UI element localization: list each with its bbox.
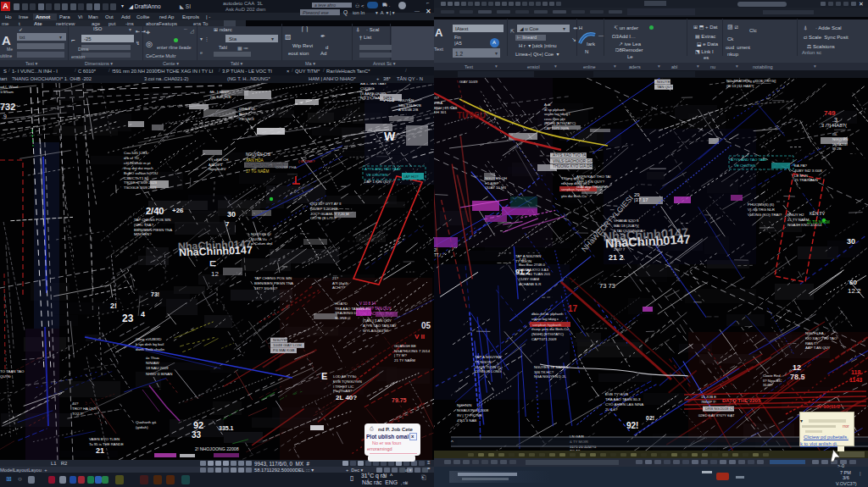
svg-text:C3B/CThT1 50: C3B/CThT1 50: [124, 176, 149, 180]
svg-text:C/O?B (B L/T/-P: C/O?B (B L/T/-P: [310, 216, 337, 220]
svg-text:4UBY 942 3 /008: 4UBY 942 3 /008: [794, 169, 822, 173]
svg-text:2L 40?: 2L 40?: [336, 394, 357, 401]
svg-text:Y? xiEW CH: Y? xiEW CH: [209, 158, 228, 162]
svg-text:NGUYEN OH: NGUYEN OH: [485, 176, 507, 180]
svg-text:p/ Colum đmI: p/ Colum đmI: [251, 241, 273, 246]
svg-text:RAB T?: RAB T?: [805, 341, 819, 346]
svg-text:ACH/??: ACH/??: [332, 285, 346, 290]
svg-text:SBa T?/LN 2B: SBa T?/LN 2B: [398, 103, 421, 108]
svg-text:30: 30: [227, 210, 236, 219]
svg-text:7.4?: 7.4?: [519, 257, 526, 262]
svg-text:V II: V II: [415, 333, 425, 340]
svg-text:92: 92: [193, 420, 203, 430]
svg-text:09Hb9 u/i: 09Hb9 u/i: [239, 107, 255, 111]
svg-text:21 TY NAÊM: 21 TY NAÊM: [787, 218, 810, 222]
svg-text:Cowie Red: Cowie Red: [763, 374, 781, 378]
svg-text:VE CHUTEN: VE CHUTEN: [366, 173, 387, 177]
svg-text:02!: 02!: [646, 415, 654, 421]
svg-text:VHAĐAI K?O 3: VHAĐAI K?O 3: [614, 219, 639, 223]
svg-text:GIAI đẹp THUONG: GIAI đẹp THUONG: [576, 185, 609, 189]
svg-text:W: W: [384, 130, 396, 143]
svg-text:THUONG KYO GIA DRAI: THUONG KYO GIA DRAI: [553, 164, 596, 169]
svg-text:NGIAUONG | 2008: NGIAUONG | 2008: [457, 408, 489, 412]
svg-text:I5L: I5L: [832, 132, 838, 136]
svg-text:TRA AAO TASNHLEV: TRA AAO TASNHLEV: [335, 307, 370, 311]
svg-text:9V | T? PIC'NR: 9V | T? PIC'NR: [457, 413, 482, 418]
svg-text:118: 118: [851, 369, 860, 375]
svg-text:TAN QUY: TAN QUY: [657, 85, 673, 89]
svg-text:đ/b of TD: đ/b of TD: [124, 156, 139, 160]
svg-text:BIEN/BIEN PIESN TNA: BIEN/BIEN PIESN TNA: [254, 281, 293, 285]
svg-text:LOD AE TYSú: LOD AE TYSú: [333, 374, 357, 379]
svg-text:CUSY GIAM: CUSY GIAM: [519, 277, 539, 281]
svg-text:ĐH 301: ĐH 301: [434, 110, 447, 114]
svg-text:SLЭNE:C: SLЭNE:C: [335, 316, 351, 320]
svg-text:NGA NGUYEN D 2L: NGA NGUYEN D 2L: [534, 374, 567, 379]
svg-text:NGaTRAOH(Bg gXIOĐ TRTG(|: NGaTRAOH(Bg gXIOĐ TRTG(|: [726, 79, 776, 83]
svg-text:2947 7: 2947 7: [614, 247, 626, 252]
svg-text:Công nVUBIXD: Công nVUBIXD: [136, 337, 162, 341]
svg-text:25 TRAINAĐN: 25 TRAINAĐN: [794, 178, 818, 182]
svg-text:QUAY 10 M?: QUAY 10 M?: [485, 185, 507, 190]
svg-text:2!: 2!: [434, 248, 437, 252]
svg-text:TAP A NGUYEN: TAP A NGUYEN: [475, 355, 501, 359]
svg-text:ĐVB TY! ĐVB: ĐVB TY! ĐVB: [605, 392, 628, 396]
svg-text:H1 ĐIẸP: H1 ĐIẸP: [485, 181, 499, 185]
svg-text:Aub: Aub: [544, 102, 551, 107]
svg-text:thuy đat đai mạch: thuy đat đai mạch: [124, 166, 153, 170]
svg-text:|V 10(11/2: |V 10(11/2: [817, 404, 841, 409]
svg-text:18T? 3/0 8/0?: 18T? 3/0 8/0?: [254, 286, 278, 291]
svg-text:( G.T/NE?: ( G.T/NE?: [298, 159, 315, 163]
svg-text:BNH | 15 NAB: BNH | 15 NAB: [434, 106, 458, 110]
svg-text:⊏: ⊏: [209, 258, 216, 268]
svg-text:,3 /?| HA8?(: ,3 /?| HA8?(: [820, 123, 847, 128]
svg-text:2L 4 0?: 2L 4 0?: [605, 407, 618, 412]
svg-text:đanh Thiất chuẩn: đanh Thiất chuẩn: [136, 347, 164, 351]
svg-text:KÊN TV: KÊN TV: [810, 210, 826, 216]
svg-text:60: 60: [849, 279, 857, 286]
svg-text:Bau Bau 2748.0: Bau Bau 2748.0: [614, 237, 640, 241]
svg-text:(Bf 13 |/11 HAB?(: (Bf 13 |/11 HAB?(: [726, 84, 754, 88]
svg-text:LE MYN: LE MYN: [794, 174, 808, 178]
svg-text:ađん Wixel: ađん Wixel: [0, 85, 18, 89]
svg-text:1143: 1143: [849, 377, 862, 383]
svg-text:LAP 1 KIN QUY: LAP 1 KIN QUY: [364, 180, 391, 184]
svg-text:VAIEN BYO TLIEN: VAIEN BYO TLIEN: [89, 437, 120, 441]
svg-text:NIN/AW: NIN/AW: [146, 361, 160, 365]
svg-text:đbúc òn dc plphanh: đbúc òn dc plphanh: [531, 312, 564, 316]
svg-text:A?YS AND TAO TAAY: A?YS AND TAO TAAY: [364, 167, 401, 171]
svg-text:vuyen lag tdọig c: vuyen lag tdọig c: [531, 317, 559, 321]
svg-text:BC: BC: [239, 112, 244, 116]
svg-text:4: 4: [141, 310, 145, 318]
svg-text:Q5? 30? 0/YT AY II: Q5? 30? 0/YT AY II: [310, 202, 342, 206]
svg-text:ác Thua: ác Thua: [146, 356, 159, 360]
svg-text:AKPN KAO THO TAI: AKPN KAO THO TAI: [576, 174, 611, 179]
svg-text:CUONG: CUONG: [360, 86, 375, 91]
svg-text:V 10 8 14: V 10 8 14: [359, 302, 376, 306]
svg-text:VI. 38 TRG NLR: VI. 38 TRG NLR: [748, 208, 775, 212]
svg-text:AAP T.AN QUY: AAP T.AN QUY: [805, 346, 831, 350]
svg-text:21 2: 21 2: [609, 253, 624, 262]
svg-text:.9: .9: [2, 113, 7, 119]
svg-text:NGUYÊN CHI: NGUYÊN CHI: [246, 151, 270, 157]
svg-text:SEP 1 KN QUY?: SEP 1 KN QUY?: [576, 180, 604, 184]
svg-text:TAP CHENG POS SIN: TAP CHENG POS SIN: [134, 218, 170, 222]
svg-text:21 TG NAÊM: 21 TG NAÊM: [807, 219, 830, 224]
svg-text:4'9 1 3 NAB: 4'9 1 3 NAB: [457, 418, 476, 423]
svg-text:73!: 73!: [151, 291, 159, 297]
svg-text:PlayThiAB?: PlayThiAB?: [333, 389, 353, 393]
svg-text:TRO? HA QUY: TRO? HA QUY: [72, 407, 97, 411]
svg-text:Ta 95 is THE RANDE: Ta 95 is THE RANDE: [89, 442, 124, 446]
svg-text:1 |: 1 |: [371, 93, 376, 97]
svg-text:GUANGH BE: GUANGH BE: [394, 344, 416, 348]
svg-text:CAPT071 2009: CAPT071 2009: [544, 126, 569, 130]
svg-text:NgaySuEV: NgaySuEV: [209, 167, 226, 171]
svg-text:12.2: 12.2: [848, 287, 861, 295]
svg-text:NHNV D BINAN: NHNV D BINAN: [146, 372, 172, 376]
svg-text:29: 29: [634, 192, 640, 197]
svg-text:(NGHI) [ETIGTATC): (NGHI) [ETIGTATC): [531, 332, 565, 336]
svg-text:335.1: 335.1: [219, 425, 234, 431]
svg-text:NGUY H2: NGUY H2: [787, 213, 804, 217]
svg-text:A?YS XAO TVO TAI: A?YS XAO TVO TAI: [553, 153, 587, 158]
svg-text:NGUYEN TE MARKS: NGUYEN TE MARKS: [534, 365, 569, 369]
